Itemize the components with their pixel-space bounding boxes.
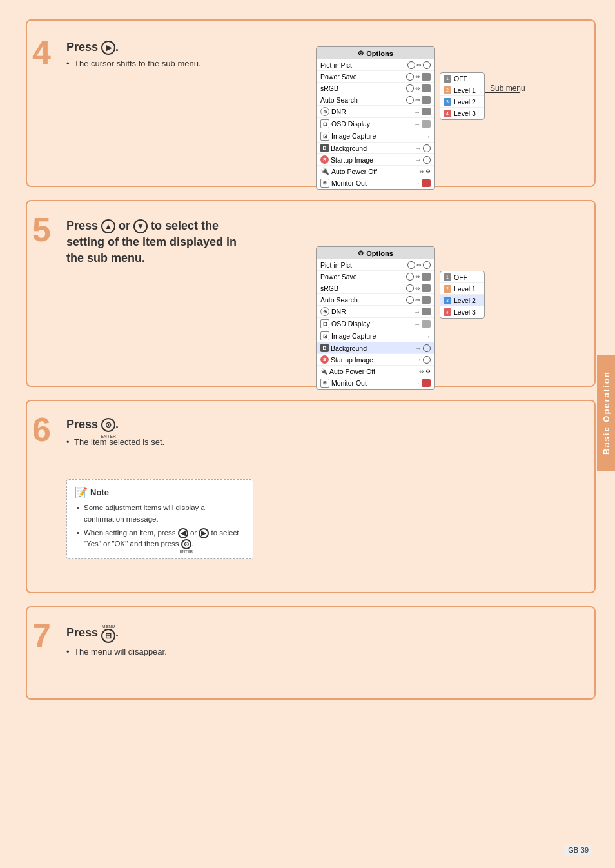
options-row-pict: Pict in Pict ⇔ [317,59,434,71]
options-row-monout2: ⊞ Monitor Out → [317,377,434,389]
submenu-row-off2: 1 OFF [440,271,484,283]
step6-number: 6 [32,413,61,446]
step5-content: Press ▲ or ▼ Press ▲ or ▼ to select the … [61,213,247,271]
options-row-imgcap2: ⊡ Image Capture → [317,330,434,342]
step4-title: Press ▶. [66,41,201,55]
note-bullet-1: Some adjustment items will display a con… [75,502,245,525]
options-panel-1: ⊙ Options Pict in Pict ⇔ Power Save ⇔ sR… [316,46,435,190]
step4-content: Press ▶. The cursor shifts to the sub me… [61,35,201,68]
step4-container: 4 Press ▶. The cursor shifts to the sub … [32,35,201,69]
icon-circle5 [406,96,414,104]
options-row-powersave2: Power Save ⇔ [317,271,434,282]
options-header-2: ⊙ Options [317,247,434,259]
submenu-row-level3: 4 Level 3 [440,108,484,119]
note-button-enter: ⊙ENTER [181,539,191,549]
step7-container: 7 Press MENU ⊟ . The menu will disappear… [32,619,167,656]
options-row-srgb: sRGB ⇔ [317,83,434,94]
options-row-autosearch2: Auto Search ⇔ [317,294,434,306]
icon-circle [407,61,415,69]
submenu-panel-2: 1 OFF 2 Level 1 3 Level 2 4 Level 3 [440,271,485,319]
note-button-right: ▶ [199,528,209,538]
note-button-left: ◀ [178,528,188,538]
step6-bullet: The item selected is set. [66,437,253,447]
options-row-startup2: S Startup Image → [317,354,434,366]
step6-title: Press ⊙ENTER. [66,418,253,432]
step7-button: ⊟ [101,629,115,643]
step5-number: 5 [32,213,61,246]
step4-button: ▶ [101,41,115,55]
options-row-background2: B Background → [317,342,434,354]
options-row-imgcap: ⊡ Image Capture → [317,130,434,143]
options-panel-2: ⊙ Options Pict in Pict ⇔ Power Save ⇔ sR… [316,246,435,390]
note-title: 📝 Note [75,486,245,498]
options-row-dnr: ⊛ DNR → [317,106,434,118]
options-row-monout: ⊞ Monitor Out → [317,177,434,189]
options-row-autopoweroff2: 🔌 Auto Power Off ⇔ ⚙ [317,366,434,377]
step5-container: 5 Press ▲ or ▼ Press ▲ or ▼ to select th… [32,213,247,271]
icon-square1 [422,73,431,81]
note-bullet-2: When setting an item, press ◀ or ▶ to se… [75,528,245,550]
icon-square2 [422,84,431,92]
icon-circle7 [423,156,431,164]
submenu-row-level3-2: 4 Level 3 [440,306,484,318]
submenu-row-off: 1 OFF [440,73,484,84]
submenu-row-level2-2: 3 Level 2 [440,295,484,306]
step7-bullet: The menu will disappear. [66,647,167,656]
icon-square5 [422,120,431,128]
options-header-1: ⊙ Options [317,47,434,59]
icon-square4 [422,108,431,115]
submenu-label-text1: Sub menu [490,84,525,93]
icon-square6 [422,179,431,187]
icon-circle3 [406,73,414,81]
step5-title: Press ▲ or ▼ Press ▲ or ▼ to select the … [66,218,247,267]
options-row-osd: ⊟ OSD Display → [317,118,434,130]
step5-button-down: ▼ [133,219,148,233]
submenu-row-level1-2: 2 Level 1 [440,283,484,295]
options-row-osd2: ⊟ OSD Display → [317,318,434,330]
submenu-line-v1 [520,92,520,108]
step7-title: Press MENU ⊟ . [66,624,167,643]
options-row-srgb2: sRGB ⇔ [317,282,434,294]
step6-container: 6 Press ⊙ENTER. The item selected is set… [32,413,253,559]
options-row-autopoweroff: 🔌 Auto Power Off ⇔ ⚙ [317,166,434,177]
submenu-panel-1: 1 OFF 2 Level 1 3 Level 2 4 Level 3 [440,72,485,120]
options-row-startup: S Startup Image → [317,154,434,166]
step5-button-up: ▲ [101,219,115,233]
step6-button: ⊙ENTER [101,418,115,432]
submenu-row-level1: 2 Level 1 [440,84,484,96]
options-row-autosearch: Auto Search ⇔ [317,94,434,106]
options-row-dnr2: ⊛ DNR → [317,306,434,318]
step7-content: Press MENU ⊟ . The menu will disappear. [61,619,167,656]
options-row-powersave: Power Save ⇔ [317,71,434,83]
sidebar-tab: Basic Operation [597,355,615,471]
note-box: 📝 Note Some adjustment items will displa… [66,479,253,559]
options-row-pict2: Pict in Pict ⇔ [317,259,434,271]
page-number: GB-39 [564,845,592,855]
icon-circle6 [423,144,431,152]
icon-square3 [422,96,431,104]
step7-number: 7 [32,619,61,653]
icon-circle2 [423,61,431,69]
submenu-row-level2: 3 Level 2 [440,96,484,108]
step6-content: Press ⊙ENTER. The item selected is set. … [61,413,253,559]
step4-bullet: The cursor shifts to the sub menu. [66,59,201,68]
icon-circle4 [406,84,414,92]
step4-number: 4 [32,35,61,69]
options-row-background: B Background → [317,143,434,154]
